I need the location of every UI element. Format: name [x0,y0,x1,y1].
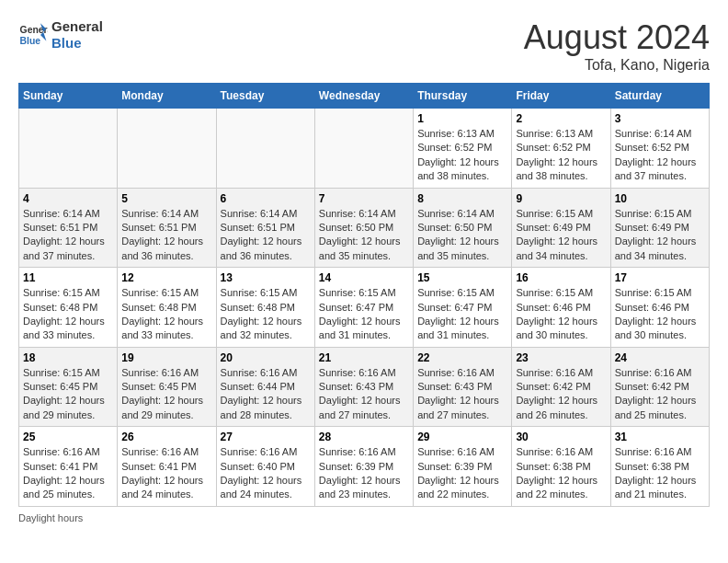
day-number: 13 [221,271,311,284]
calendar-cell: 29Sunrise: 6:16 AM Sunset: 6:39 PM Dayli… [414,427,512,507]
calendar-cell: 15Sunrise: 6:15 AM Sunset: 6:47 PM Dayli… [414,268,512,348]
day-info: Sunrise: 6:16 AM Sunset: 6:42 PM Dayligh… [615,366,705,423]
day-info: Sunrise: 6:15 AM Sunset: 6:49 PM Dayligh… [615,207,705,264]
svg-text:Blue: Blue [20,36,41,46]
day-info: Sunrise: 6:14 AM Sunset: 6:52 PM Dayligh… [615,127,705,184]
day-info: Sunrise: 6:14 AM Sunset: 6:51 PM Dayligh… [121,207,211,264]
calendar-week-row: 25Sunrise: 6:16 AM Sunset: 6:41 PM Dayli… [19,427,710,507]
day-number: 8 [417,192,507,205]
weekday-header-row: SundayMondayTuesdayWednesdayThursdayFrid… [19,84,710,109]
day-info: Sunrise: 6:16 AM Sunset: 6:42 PM Dayligh… [516,366,606,423]
day-number: 18 [23,351,113,364]
day-info: Sunrise: 6:16 AM Sunset: 6:43 PM Dayligh… [417,366,507,423]
day-info: Sunrise: 6:13 AM Sunset: 6:52 PM Dayligh… [516,127,606,184]
day-info: Sunrise: 6:16 AM Sunset: 6:39 PM Dayligh… [319,445,409,502]
day-number: 14 [319,271,409,284]
day-number: 4 [23,192,113,205]
calendar-cell: 6Sunrise: 6:14 AM Sunset: 6:51 PM Daylig… [216,188,314,268]
logo-text-blue: Blue [51,35,103,52]
calendar-cell: 12Sunrise: 6:15 AM Sunset: 6:48 PM Dayli… [118,268,216,348]
title-block: August 2024 Tofa, Kano, Nigeria [524,18,710,74]
calendar-cell: 10Sunrise: 6:15 AM Sunset: 6:49 PM Dayli… [610,188,709,268]
day-number: 9 [516,192,606,205]
day-number: 29 [417,431,507,443]
day-info: Sunrise: 6:15 AM Sunset: 6:45 PM Dayligh… [23,366,113,423]
day-number: 12 [121,271,211,284]
day-number: 20 [221,351,311,364]
day-number: 10 [615,192,705,205]
day-info: Sunrise: 6:15 AM Sunset: 6:49 PM Dayligh… [516,207,606,264]
day-number: 28 [319,431,409,443]
day-number: 21 [319,351,409,364]
month-year: August 2024 [524,18,710,57]
footer: Daylight hours [18,512,710,523]
calendar-cell: 26Sunrise: 6:16 AM Sunset: 6:41 PM Dayli… [118,427,216,507]
day-number: 24 [615,351,705,364]
day-number: 22 [417,351,507,364]
calendar-cell: 1Sunrise: 6:13 AM Sunset: 6:52 PM Daylig… [414,109,512,189]
day-info: Sunrise: 6:15 AM Sunset: 6:48 PM Dayligh… [221,286,311,343]
calendar-cell: 11Sunrise: 6:15 AM Sunset: 6:48 PM Dayli… [19,268,118,348]
day-number: 26 [121,431,211,443]
calendar-cell: 28Sunrise: 6:16 AM Sunset: 6:39 PM Dayli… [314,427,413,507]
day-number: 2 [516,112,606,125]
day-info: Sunrise: 6:14 AM Sunset: 6:51 PM Dayligh… [221,207,311,264]
calendar-cell: 24Sunrise: 6:16 AM Sunset: 6:42 PM Dayli… [610,347,709,427]
day-info: Sunrise: 6:16 AM Sunset: 6:39 PM Dayligh… [417,445,507,502]
calendar-cell: 21Sunrise: 6:16 AM Sunset: 6:43 PM Dayli… [314,347,413,427]
weekday-header-monday: Monday [118,84,216,109]
calendar-cell: 27Sunrise: 6:16 AM Sunset: 6:40 PM Dayli… [216,427,314,507]
day-info: Sunrise: 6:15 AM Sunset: 6:47 PM Dayligh… [319,286,409,343]
day-number: 17 [615,271,705,284]
calendar-cell: 17Sunrise: 6:15 AM Sunset: 6:46 PM Dayli… [610,268,709,348]
day-info: Sunrise: 6:16 AM Sunset: 6:44 PM Dayligh… [221,366,311,423]
calendar-cell [19,109,118,189]
day-number: 30 [516,431,606,443]
calendar-cell: 8Sunrise: 6:14 AM Sunset: 6:50 PM Daylig… [414,188,512,268]
calendar-cell: 18Sunrise: 6:15 AM Sunset: 6:45 PM Dayli… [19,347,118,427]
calendar-cell: 20Sunrise: 6:16 AM Sunset: 6:44 PM Dayli… [216,347,314,427]
day-number: 15 [417,271,507,284]
day-info: Sunrise: 6:15 AM Sunset: 6:48 PM Dayligh… [121,286,211,343]
day-number: 7 [319,192,409,205]
calendar-cell: 2Sunrise: 6:13 AM Sunset: 6:52 PM Daylig… [512,109,610,189]
calendar-week-row: 11Sunrise: 6:15 AM Sunset: 6:48 PM Dayli… [19,268,710,348]
calendar-cell: 16Sunrise: 6:15 AM Sunset: 6:46 PM Dayli… [512,268,610,348]
day-info: Sunrise: 6:16 AM Sunset: 6:43 PM Dayligh… [319,366,409,423]
day-info: Sunrise: 6:16 AM Sunset: 6:38 PM Dayligh… [516,445,606,502]
day-info: Sunrise: 6:13 AM Sunset: 6:52 PM Dayligh… [417,127,507,184]
weekday-header-thursday: Thursday [414,84,512,109]
calendar-week-row: 18Sunrise: 6:15 AM Sunset: 6:45 PM Dayli… [19,347,710,427]
calendar-week-row: 1Sunrise: 6:13 AM Sunset: 6:52 PM Daylig… [19,109,710,189]
day-info: Sunrise: 6:16 AM Sunset: 6:45 PM Dayligh… [121,366,211,423]
calendar-cell: 5Sunrise: 6:14 AM Sunset: 6:51 PM Daylig… [118,188,216,268]
daylight-label: Daylight hours [18,512,83,523]
location: Tofa, Kano, Nigeria [524,57,710,74]
day-info: Sunrise: 6:14 AM Sunset: 6:51 PM Dayligh… [23,207,113,264]
calendar-cell [314,109,413,189]
calendar-cell: 13Sunrise: 6:15 AM Sunset: 6:48 PM Dayli… [216,268,314,348]
day-number: 31 [615,431,705,443]
day-number: 27 [221,431,311,443]
calendar-table: SundayMondayTuesdayWednesdayThursdayFrid… [18,83,710,507]
day-info: Sunrise: 6:16 AM Sunset: 6:38 PM Dayligh… [615,445,705,502]
day-info: Sunrise: 6:14 AM Sunset: 6:50 PM Dayligh… [417,207,507,264]
calendar-cell: 4Sunrise: 6:14 AM Sunset: 6:51 PM Daylig… [19,188,118,268]
day-number: 3 [615,112,705,125]
day-info: Sunrise: 6:16 AM Sunset: 6:41 PM Dayligh… [121,445,211,502]
day-info: Sunrise: 6:15 AM Sunset: 6:47 PM Dayligh… [417,286,507,343]
calendar-cell: 19Sunrise: 6:16 AM Sunset: 6:45 PM Dayli… [118,347,216,427]
logo-icon: General Blue [18,20,48,50]
day-number: 23 [516,351,606,364]
day-number: 11 [23,271,113,284]
calendar-cell [118,109,216,189]
logo: General Blue General Blue [18,18,103,52]
weekday-header-saturday: Saturday [610,84,709,109]
weekday-header-wednesday: Wednesday [314,84,413,109]
calendar-cell: 25Sunrise: 6:16 AM Sunset: 6:41 PM Dayli… [19,427,118,507]
calendar-cell: 9Sunrise: 6:15 AM Sunset: 6:49 PM Daylig… [512,188,610,268]
logo-text-general: General [51,18,103,35]
day-info: Sunrise: 6:15 AM Sunset: 6:48 PM Dayligh… [23,286,113,343]
calendar-week-row: 4Sunrise: 6:14 AM Sunset: 6:51 PM Daylig… [19,188,710,268]
weekday-header-sunday: Sunday [19,84,118,109]
